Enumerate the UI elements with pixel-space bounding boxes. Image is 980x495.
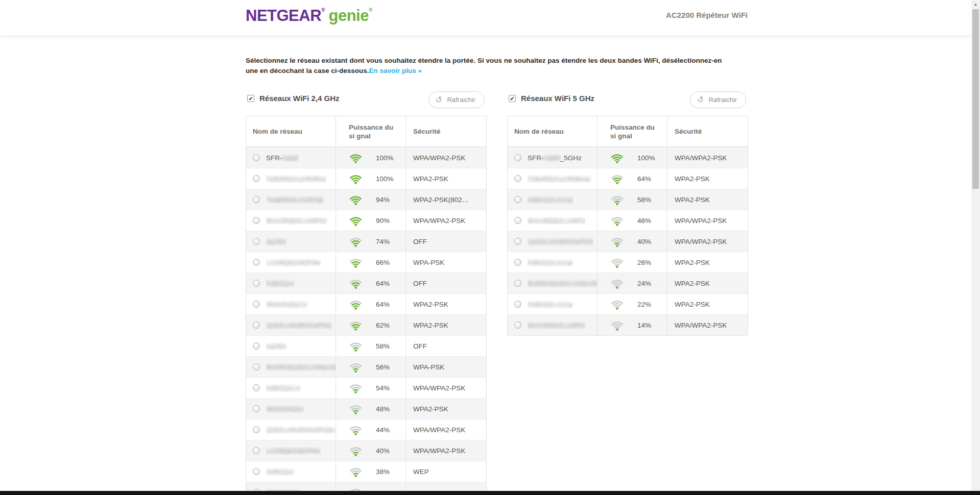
network-radio[interactable]	[514, 280, 521, 287]
wifi-signal-icon	[349, 319, 363, 331]
band-enabled-checkbox[interactable]: ✔	[509, 95, 516, 102]
network-name-cell: Qz82LmKd93XwPt1bc	[246, 419, 336, 440]
signal-percent: 26%	[637, 259, 651, 266]
network-name: Kd82QzLm1xp	[528, 196, 573, 204]
table-row: Kd82Qzx64%OFF	[246, 273, 486, 293]
network-radio[interactable]	[514, 217, 521, 224]
network-name-cell: Mn82KdQzx	[246, 399, 336, 419]
table-row: Kd82QzLm54%WPA/WPA2-PSK	[246, 377, 486, 398]
network-radio[interactable]	[253, 384, 260, 391]
network-radio[interactable]	[514, 321, 521, 329]
wifi-signal-icon	[349, 215, 363, 227]
learn-more-link[interactable]: En savoir plus »	[369, 67, 422, 75]
network-radio[interactable]	[253, 468, 260, 475]
masked-network-name: Qz82LmKd93XwPt1b	[266, 321, 332, 329]
signal-percent: 62%	[376, 321, 390, 329]
masked-network-name: Mn82KdQz1x	[266, 301, 308, 308]
network-name: Qz82LmKd93XwPt1b	[528, 238, 593, 245]
masked-network-name: Lm39QkZx82Pdw	[266, 447, 321, 455]
network-radio[interactable]	[514, 154, 521, 161]
signal-strength-cell: 48%	[336, 399, 405, 419]
security-type: OFF	[405, 273, 486, 293]
masked-network-name: Twq83KdLm29Zab	[266, 196, 324, 204]
table-row: Bnm39Qk2Lzx8Pd190%WPA/WPA2-PSK	[246, 210, 486, 231]
network-radio[interactable]	[253, 175, 260, 182]
network-radio[interactable]	[514, 238, 521, 245]
network-name-cell: SFR-k3jd9_5GHz	[508, 147, 597, 168]
refresh-button[interactable]: ↺Rafraichir	[428, 91, 485, 108]
table-row: kq29zt74%OFF	[246, 231, 486, 252]
refresh-button[interactable]: ↺Rafraichir	[690, 91, 746, 108]
security-type: WPA2-PSK	[405, 315, 486, 335]
network-radio[interactable]	[253, 447, 260, 454]
network-radio[interactable]	[514, 301, 521, 308]
network-radio[interactable]	[514, 259, 521, 266]
signal-strength-cell: 14%	[597, 315, 667, 335]
security-type: WPA/WPA2-PSK	[405, 419, 486, 440]
table-row: Qz82LmKd93XwPt1b40%WPA/WPA2-PSK	[508, 231, 748, 252]
network-table: Nom de réseauPuissance du si gnalSécurit…	[246, 116, 487, 495]
network-radio[interactable]	[253, 217, 260, 224]
page: NETGEAR®genie® AC2200 Répéteur WiFi Séle…	[0, 0, 980, 495]
masked-network-name: Qz82LmKd93XwPt1bc	[266, 426, 336, 434]
table-row: Fj3kd0QzLp29sBxqz64%WPA2-PSK	[508, 168, 748, 189]
netgear-genie-logo: NETGEAR®genie®	[246, 7, 372, 25]
security-type: WPA2-PSK	[405, 168, 486, 189]
security-type: WPA2-PSK(802…	[405, 189, 486, 210]
network-name: Kd82Qzx	[266, 468, 295, 476]
network-name: Kd82QzLm1xp	[528, 301, 573, 308]
network-name: Bnm39Qk2Lzx8Pd	[528, 217, 585, 225]
section-header: ✔Réseaux WiFi 5 GHz↺Rafraichir	[507, 93, 748, 116]
network-radio[interactable]	[253, 342, 260, 350]
table-row: Kd82QzLm1xp58%WPA2-PSK	[508, 189, 748, 210]
security-type: WPA-PSK	[405, 252, 486, 273]
network-radio[interactable]	[253, 280, 260, 287]
network-radio[interactable]	[253, 301, 260, 308]
signal-percent: 58%	[376, 342, 390, 350]
network-radio[interactable]	[253, 363, 260, 370]
app-header: NETGEAR®genie® AC2200 Répéteur WiFi	[0, 0, 980, 36]
network-radio[interactable]	[253, 426, 260, 433]
signal-strength-cell: 94%	[336, 189, 405, 210]
network-radio[interactable]	[253, 154, 260, 161]
signal-strength-cell: 100%	[597, 147, 667, 168]
security-type: WPA/WPA2-PSK	[405, 210, 486, 231]
table-header-row: Nom de réseauPuissance du si gnalSécurit…	[508, 116, 748, 147]
signal-percent: 66%	[376, 259, 390, 266]
signal-percent: 22%	[637, 301, 651, 308]
table-row: Twq83KdLm29Zab94%WPA2-PSK(802…	[246, 189, 486, 210]
network-name: Kd82Qzx	[266, 280, 295, 287]
table-row: Kd82QzLm1xp26%WPA2-PSK	[508, 252, 748, 273]
network-radio[interactable]	[253, 405, 260, 412]
scrollbar-up-arrow-icon[interactable]: ▲	[971, 0, 980, 9]
wifi-signal-icon	[349, 257, 363, 268]
network-radio[interactable]	[253, 321, 260, 329]
band-enabled-checkbox[interactable]: ✔	[247, 95, 254, 102]
network-name: SFR-k3jd9	[266, 154, 299, 162]
signal-percent: 44%	[376, 426, 390, 434]
network-radio[interactable]	[253, 259, 260, 266]
network-name: Bx93KdQz82LmWp1930z	[528, 280, 597, 287]
network-radio[interactable]	[514, 175, 521, 182]
network-name-cell: Bx93KdQz82LmWp1930z	[508, 273, 597, 293]
signal-strength-cell: 90%	[336, 210, 405, 231]
table-row: Qz82LmKd93XwPt1bc44%WPA/WPA2-PSK	[246, 419, 486, 440]
table-row: Qz82LmKd93XwPt1b62%WPA2-PSK	[246, 314, 486, 335]
network-radio[interactable]	[253, 238, 260, 245]
network-radio[interactable]	[514, 196, 521, 203]
table-row: SFR-k3jd9100%WPA/WPA2-PSK	[246, 147, 486, 168]
network-name-cell: Kd82QzLm1xp	[508, 294, 597, 314]
table-row: Mn82KdQzx48%WPA2-PSK	[246, 398, 486, 419]
refresh-icon: ↺	[435, 95, 443, 105]
wifi-signal-icon	[349, 236, 363, 247]
signal-percent: 100%	[376, 154, 394, 162]
network-name: Bx93KdQz82LmWp1930z …	[266, 363, 336, 371]
scrollbar-thumb[interactable]	[972, 9, 979, 189]
masked-network-name: Kd82QzLm1xp	[528, 259, 573, 266]
network-radio[interactable]	[253, 196, 260, 203]
security-type: WPA/WPA2-PSK	[667, 231, 748, 252]
signal-percent: 90%	[376, 217, 390, 225]
vertical-scrollbar[interactable]: ▲	[971, 0, 980, 491]
refresh-button-label: Rafraichir	[447, 96, 475, 104]
column-header: Nom de réseau	[508, 116, 597, 146]
